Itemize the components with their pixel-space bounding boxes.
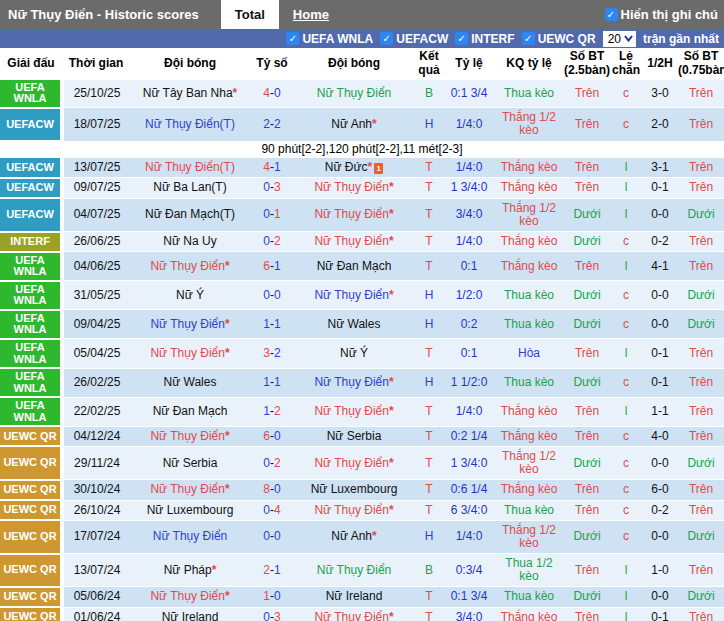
over-under-2-5: Trên: [564, 252, 610, 281]
home-goals: 0: [263, 503, 270, 517]
filter-label: UEWC QR: [538, 32, 596, 46]
away-team-name[interactable]: Nữ Thụy Điển: [317, 563, 392, 577]
filter-label: UEFA WNLA: [302, 32, 373, 46]
result-letter: H: [414, 368, 444, 397]
odd-even: l: [610, 587, 642, 607]
handicap-odds: 1 3/4:0: [444, 178, 494, 198]
away-team-name[interactable]: Nữ Đan Mạch: [317, 259, 392, 273]
away-team-name[interactable]: Nữ Thụy Điển: [314, 404, 389, 418]
home-team-name[interactable]: Nữ Thụy Điển: [150, 346, 225, 360]
home-team-name[interactable]: Nữ Thụy Điển: [150, 429, 225, 443]
tab-total[interactable]: Total: [221, 0, 279, 29]
filter-uewc-qr[interactable]: ✓UEWC QR: [522, 32, 596, 46]
checkbox-checked-icon[interactable]: ✓: [605, 8, 618, 21]
away-team-name[interactable]: Nữ Anh: [331, 117, 372, 131]
result-letter: H: [414, 108, 444, 141]
away-team-name[interactable]: Nữ Anh: [331, 529, 372, 543]
home-team-name[interactable]: Nữ Thụy Điển: [153, 529, 228, 543]
column-header: Đội bóng: [294, 48, 414, 80]
checkbox-checked-icon[interactable]: ✓: [286, 32, 299, 45]
home-team-name[interactable]: Nữ Thụy Điển(T): [145, 117, 235, 131]
title-bar: Nữ Thụy Điển - Historic scores TotalHome…: [0, 0, 724, 29]
away-team-name[interactable]: Nữ Thụy Điển: [314, 180, 389, 194]
home-team: Nữ Đan Mạch(T): [130, 198, 250, 231]
filter-interf[interactable]: ✓INTERF: [455, 32, 514, 46]
away-team-name[interactable]: Nữ Thụy Điển: [314, 375, 389, 389]
odds-result: Thua kèo: [494, 310, 564, 339]
away-team-name[interactable]: Nữ Thụy Điển: [314, 234, 389, 248]
away-team-name[interactable]: Nữ Luxembourg: [311, 482, 398, 496]
away-team-name[interactable]: Nữ Thụy Điển: [314, 503, 389, 517]
home-team-name[interactable]: Nữ Đan Mạch: [153, 404, 228, 418]
filter-uefa-wnla[interactable]: ✓UEFA WNLA: [286, 32, 373, 46]
odd-even: l: [610, 554, 642, 587]
home-team-name[interactable]: Nữ Thụy Điển: [150, 589, 225, 603]
favourite-star-icon: *: [225, 429, 230, 443]
home-team-name[interactable]: Nữ Ireland: [162, 610, 219, 621]
home-team-name[interactable]: Nữ Serbia: [163, 456, 218, 470]
show-notes-toggle[interactable]: ✓ Hiển thị ghi chú: [605, 0, 724, 29]
away-team-name[interactable]: Nữ Thụy Điển: [314, 456, 389, 470]
result-letter: T: [414, 446, 444, 479]
over-under-2-5: Dưới: [564, 198, 610, 231]
away-team-name[interactable]: Nữ Thụy Điển: [314, 288, 389, 302]
home-team-name[interactable]: Nữ Wales: [164, 375, 217, 389]
away-team-name[interactable]: Nữ Serbia: [327, 429, 382, 443]
over-under-2-5: Trên: [564, 500, 610, 520]
checkbox-checked-icon[interactable]: ✓: [380, 32, 393, 45]
away-team-name[interactable]: Nữ Thụy Điển: [314, 610, 389, 621]
away-team: Nữ Ý: [294, 339, 414, 368]
home-team-name[interactable]: Nữ Thụy Điển: [150, 317, 225, 331]
full-time-score: 6-1: [250, 252, 294, 281]
home-team-name[interactable]: Nữ Ý: [176, 288, 204, 302]
home-team-name[interactable]: Nữ Luxembourg: [147, 503, 234, 517]
full-time-score: 1-1: [250, 368, 294, 397]
home-team-name[interactable]: Nữ Tây Ban Nha: [143, 86, 233, 100]
column-header: Số BT (0.75bàn): [678, 48, 724, 80]
favourite-star-icon: *: [389, 404, 394, 418]
full-time-score: 1-0: [250, 587, 294, 607]
over-under-0-75: Dưới: [678, 310, 724, 339]
home-team-name[interactable]: Nữ Thụy Điển: [150, 482, 225, 496]
away-team-name[interactable]: Nữ Ý: [340, 346, 368, 360]
filter-uefacw[interactable]: ✓UEFACW: [380, 32, 448, 46]
away-team-name[interactable]: Nữ Thụy Điển: [314, 207, 389, 221]
favourite-star-icon: *: [389, 288, 394, 302]
away-goals: 4: [274, 503, 281, 517]
checkbox-checked-icon[interactable]: ✓: [522, 32, 535, 45]
half-time-score: 2-0: [642, 108, 678, 141]
home-team-name[interactable]: Nữ Pháp: [164, 563, 212, 577]
home-team-name[interactable]: Nữ Thụy Điển(T): [145, 160, 235, 174]
odd-even: l: [610, 198, 642, 231]
odds-result: Thắng kèo: [494, 397, 564, 426]
match-row: UEFA WNLA22/02/25Nữ Đan Mạch1-2Nữ Thụy Đ…: [0, 397, 724, 426]
home-team-name[interactable]: Nữ Thụy Điển: [150, 259, 225, 273]
favourite-star-icon: *: [372, 117, 377, 131]
competition-badge: UEFA WNLA: [0, 281, 62, 310]
home-team: Nữ Đan Mạch: [130, 397, 250, 426]
away-team-name[interactable]: Nữ Đức: [325, 160, 368, 174]
home-team-name[interactable]: Nữ Na Uy: [163, 234, 216, 248]
column-header: Tỷ số: [250, 48, 294, 80]
away-team-name[interactable]: Nữ Thụy Điển: [317, 86, 392, 100]
table-header-row: Giải đấuThời gianĐội bóngTỷ sốĐội bóngKế…: [0, 48, 724, 80]
away-team-name[interactable]: Nữ Wales: [328, 317, 381, 331]
match-row: UEWC QR01/06/24Nữ Ireland0-3Nữ Thụy Điển…: [0, 607, 724, 621]
home-team-name[interactable]: Nữ Ba Lan(T): [153, 180, 226, 194]
away-team-name[interactable]: Nữ Ireland: [326, 589, 383, 603]
checkbox-checked-icon[interactable]: ✓: [455, 32, 468, 45]
odds-result: Thắng kèo: [494, 178, 564, 198]
chevron-down-icon: [624, 35, 633, 42]
handicap-odds: 0:2: [444, 310, 494, 339]
away-goals: 0: [274, 429, 281, 443]
match-row: UEWC QR05/06/24Nữ Thụy Điển*1-0Nữ Irelan…: [0, 587, 724, 607]
odd-even: l: [610, 252, 642, 281]
away-goals: 0: [274, 86, 281, 100]
match-count-select[interactable]: 20: [603, 31, 636, 47]
tab-home[interactable]: Home: [279, 0, 343, 29]
competition-badge: UEFACW: [0, 178, 62, 198]
competition-badge: UEFA WNLA: [0, 397, 62, 426]
match-row: UEWC QR04/12/24Nữ Thụy Điển*6-0Nữ Serbia…: [0, 426, 724, 446]
home-team-name[interactable]: Nữ Đan Mạch(T): [145, 207, 235, 221]
match-row: INTERF26/06/25Nữ Na Uy0-2Nữ Thụy Điển*T1…: [0, 232, 724, 252]
